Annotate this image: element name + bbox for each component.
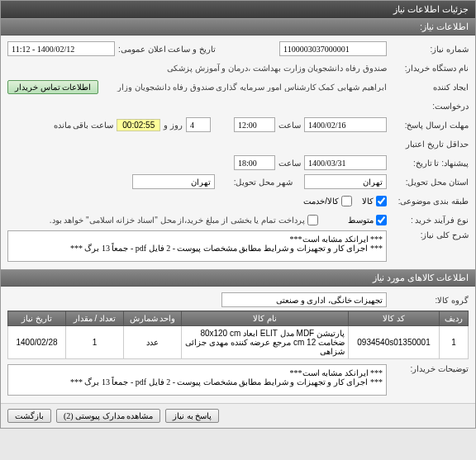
- window-title: جزئیات اطلاعات نیاز: [393, 4, 469, 14]
- th-code: کد کالا: [349, 311, 440, 326]
- province-field[interactable]: [304, 174, 387, 189]
- form-need-info: شماره نیاز: تاریخ و ساعت اعلان عمومی: نا…: [1, 36, 475, 269]
- label-city: شهر محل تحویل:: [218, 178, 293, 187]
- cell-unit: عدد: [124, 326, 182, 359]
- section-need-info: اطلاعات نیاز:: [1, 18, 475, 36]
- reply-date-field[interactable]: [304, 117, 387, 132]
- service-checkbox-label: کالا/خدمت: [303, 197, 339, 206]
- footer-buttons: پاسخ به نیاز مشاهده مدارک پیوستی (2) باز…: [1, 403, 475, 428]
- validity-date-field[interactable]: [304, 155, 387, 170]
- label-hour-2: ساعت: [278, 159, 301, 168]
- time-left-box: 00:02:55: [117, 119, 160, 131]
- goods-checkbox-wrap[interactable]: کالا: [362, 196, 387, 206]
- label-reply-deadline: مهلت ارسال پاسخ:: [390, 121, 469, 130]
- medium-checkbox-label: متوسط: [348, 216, 374, 225]
- partial-pay-checkbox[interactable]: [307, 215, 318, 225]
- th-unit: واحد شمارش: [124, 311, 182, 326]
- service-checkbox[interactable]: [341, 196, 352, 206]
- cell-name: پارتیشن MDF مدل ELIT ابعاد 80x120 cm ضخا…: [182, 326, 349, 359]
- goods-checkbox[interactable]: [376, 196, 387, 206]
- label-request: درخواست:: [390, 102, 469, 111]
- label-commodity-class: طبقه بندی موضوعی:: [390, 197, 469, 206]
- back-button[interactable]: بازگشت: [7, 409, 51, 423]
- need-number-field[interactable]: [279, 41, 387, 56]
- service-checkbox-wrap[interactable]: کالا/خدمت: [303, 196, 352, 206]
- label-need-number: شماره نیاز:: [390, 45, 469, 54]
- form-goods: گروه کالا: ردیف کد کالا نام کالا واحد شم…: [1, 287, 475, 403]
- label-remaining: ساعت باقی مانده: [54, 121, 114, 130]
- label-min-validity: حداقل تاریخ اعتبار: [390, 140, 469, 149]
- medium-checkbox-wrap[interactable]: متوسط: [348, 215, 387, 225]
- label-buy-process: نوع فرآیند خرید :: [390, 216, 469, 225]
- validity-hour-field[interactable]: [234, 155, 275, 170]
- main-window: جزئیات اطلاعات نیاز اطلاعات نیاز: شماره …: [0, 0, 476, 429]
- attachments-button[interactable]: مشاهده مدارک پیوستی (2): [56, 409, 160, 423]
- label-day: روز و: [164, 121, 183, 130]
- label-hour-1: ساعت: [278, 121, 301, 130]
- buyer-desc-textarea[interactable]: [7, 364, 387, 396]
- public-date-field[interactable]: [7, 41, 115, 56]
- partial-pay-label: پرداخت تمام یا بخشی از مبلغ خرید،از محل …: [50, 216, 305, 225]
- cell-code: 0934540s01350001: [349, 326, 440, 359]
- days-left-field[interactable]: [186, 117, 211, 132]
- label-buyer-desc: توضیحات خریدار:: [390, 364, 469, 373]
- reply-hour-field[interactable]: [234, 117, 275, 132]
- th-name: نام کالا: [182, 311, 349, 326]
- label-creator: ایجاد کننده: [390, 83, 469, 92]
- window-title-bar: جزئیات اطلاعات نیاز: [1, 1, 475, 18]
- contact-info-button[interactable]: اطلاعات تماس خریدار: [7, 80, 98, 94]
- label-offer-until: پیشنهاد: تا تاریخ:: [390, 159, 469, 168]
- partial-pay-wrap[interactable]: پرداخت تمام یا بخشی از مبلغ خرید،از محل …: [50, 215, 318, 225]
- cell-row: 1: [440, 326, 469, 359]
- city-field[interactable]: [132, 174, 215, 189]
- goods-checkbox-label: کالا: [362, 197, 374, 206]
- th-row: ردیف: [440, 311, 469, 326]
- goods-group-field[interactable]: [221, 292, 387, 307]
- cell-qty: 1: [66, 326, 124, 359]
- table-row[interactable]: 1 0934540s01350001 پارتیشن MDF مدل ELIT …: [8, 326, 469, 359]
- buyer-org-value: صندوق رفاه دانشجویان وزارت بهداشت ،درمان…: [167, 64, 387, 73]
- medium-checkbox[interactable]: [376, 215, 387, 225]
- creator-value: ابراهیم شهابی کمک کارشناس امور سرمایه گذ…: [102, 83, 387, 92]
- goods-table: ردیف کد کالا نام کالا واحد شمارش تعداد /…: [7, 311, 469, 359]
- label-province: استان محل تحویل:: [390, 178, 469, 187]
- table-header-row: ردیف کد کالا نام کالا واحد شمارش تعداد /…: [8, 311, 469, 326]
- reply-button[interactable]: پاسخ به نیاز: [165, 409, 219, 423]
- section-goods-info: اطلاعات کالاهای مورد نیاز: [1, 269, 475, 287]
- cell-date: 1400/02/28: [8, 326, 66, 359]
- label-goods-group: گروه کالا:: [390, 296, 469, 305]
- th-qty: تعداد / مقدار: [66, 311, 124, 326]
- th-date: تاریخ نیاز: [8, 311, 66, 326]
- label-public-date: تاریخ و ساعت اعلان عمومی:: [118, 45, 216, 54]
- overall-desc-textarea[interactable]: [7, 230, 387, 262]
- label-buyer-org: نام دستگاه خریدار:: [390, 64, 469, 73]
- label-overall-desc: شرح کلی نیاز:: [390, 230, 469, 239]
